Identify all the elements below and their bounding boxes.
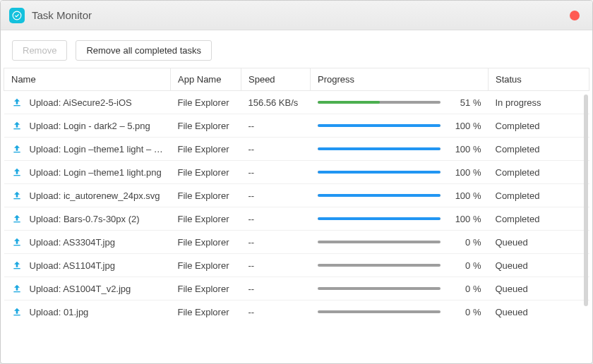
task-app: File Explorer [171, 231, 241, 254]
task-status: Queued [489, 254, 589, 277]
task-app: File Explorer [171, 138, 241, 161]
progress-bar [318, 217, 441, 220]
table-row[interactable]: Upload: ic_autorenew_24px.svgFile Explor… [4, 184, 589, 207]
svg-rect-10 [13, 315, 20, 315]
progress-bar [318, 171, 441, 174]
progress-bar [318, 264, 441, 267]
upload-icon [11, 213, 23, 224]
progress-percent: 100 % [449, 190, 481, 201]
progress-percent: 100 % [449, 214, 481, 224]
task-speed: -- [241, 138, 311, 161]
progress-percent: 0 % [449, 284, 481, 294]
svg-rect-7 [13, 245, 20, 245]
col-status[interactable]: Status [489, 68, 589, 91]
task-app: File Explorer [171, 254, 241, 277]
upload-icon [11, 260, 23, 271]
svg-rect-6 [13, 222, 20, 222]
task-app: File Explorer [171, 91, 241, 114]
task-speed: -- [241, 207, 311, 231]
task-status: Queued [489, 277, 589, 301]
task-speed: -- [241, 184, 311, 207]
col-progress[interactable]: Progress [311, 68, 489, 91]
task-status: Completed [489, 114, 589, 138]
upload-icon [11, 236, 23, 248]
task-name: Upload: 01.jpg [30, 307, 89, 317]
task-app: File Explorer [171, 161, 241, 184]
task-monitor-window: Task Monitor Remove Remove all completed… [0, 0, 593, 364]
table-row[interactable]: Upload: Login –theme1 light – 1....File … [4, 138, 589, 161]
progress-bar-fill [318, 124, 441, 127]
task-app: File Explorer [171, 277, 241, 301]
progress-bar [318, 287, 441, 290]
table-row[interactable]: Upload: Login –theme1 light.pngFile Expl… [4, 161, 589, 184]
task-speed: -- [241, 114, 311, 138]
close-button[interactable] [570, 11, 580, 20]
scrollbar[interactable] [584, 95, 588, 306]
svg-rect-5 [13, 198, 20, 199]
titlebar[interactable]: Task Monitor [1, 1, 592, 30]
task-app: File Explorer [171, 207, 241, 231]
task-name: Upload: AS3304T.jpg [30, 237, 115, 248]
progress-percent: 100 % [449, 121, 481, 131]
toolbar: Remove Remove all completed tasks [1, 30, 592, 68]
task-status: Queued [489, 231, 589, 254]
col-speed[interactable]: Speed [241, 68, 311, 91]
task-name: Upload: Bars-0.7s-30px (2) [30, 214, 140, 224]
remove-button[interactable]: Remove [12, 40, 67, 61]
upload-icon [11, 97, 23, 108]
task-table-container: Name App Name Speed Progress Status Uplo… [4, 68, 589, 360]
upload-icon [11, 143, 23, 154]
task-name: Upload: ic_autorenew_24px.svg [30, 190, 160, 201]
progress-bar [318, 310, 441, 313]
upload-icon [11, 166, 23, 178]
table-row[interactable]: Upload: AiSecure2-5-iOSFile Explorer156.… [4, 91, 589, 114]
task-name: Upload: AS1004T_v2.jpg [30, 284, 131, 294]
task-name: Upload: AS1104T.jpg [30, 260, 115, 271]
progress-bar [318, 124, 441, 127]
upload-icon [11, 120, 23, 131]
app-icon [9, 8, 25, 23]
upload-icon [11, 306, 23, 317]
col-app[interactable]: App Name [171, 68, 241, 91]
progress-bar [318, 194, 441, 197]
progress-bar-fill [318, 217, 441, 220]
task-status: Completed [489, 138, 589, 161]
remove-all-completed-button[interactable]: Remove all completed tasks [76, 40, 212, 61]
task-speed: -- [241, 254, 311, 277]
upload-icon [11, 283, 23, 294]
progress-percent: 100 % [449, 144, 481, 154]
task-speed: -- [241, 301, 311, 324]
window-title: Task Monitor [32, 9, 92, 21]
progress-bar-fill [318, 147, 441, 150]
svg-rect-2 [13, 128, 20, 129]
progress-percent: 0 % [449, 237, 481, 248]
task-name: Upload: Login - dark2 – 5.png [30, 121, 150, 131]
col-name[interactable]: Name [4, 68, 171, 91]
progress-bar-fill [318, 101, 381, 104]
table-row[interactable]: Upload: AS3304T.jpgFile Explorer--0 %Que… [4, 231, 589, 254]
task-speed: 156.56 KB/s [241, 91, 311, 114]
task-status: Completed [489, 207, 589, 231]
svg-rect-1 [13, 105, 20, 106]
fade [4, 353, 589, 360]
svg-point-0 [13, 11, 21, 20]
svg-rect-8 [13, 268, 20, 269]
progress-bar [318, 241, 441, 243]
table-row[interactable]: Upload: AS1104T.jpgFile Explorer--0 %Que… [4, 254, 589, 277]
table-row[interactable]: Upload: Login - dark2 – 5.pngFile Explor… [4, 114, 589, 138]
task-app: File Explorer [171, 301, 241, 324]
task-status: Queued [489, 301, 589, 324]
task-name: Upload: Login –theme1 light – 1.... [30, 144, 164, 154]
table-row[interactable]: Upload: AS1004T_v2.jpgFile Explorer--0 %… [4, 277, 589, 301]
upload-icon [11, 190, 23, 201]
progress-bar [318, 147, 441, 150]
task-name: Upload: Login –theme1 light.png [30, 167, 162, 178]
task-table: Name App Name Speed Progress Status Uplo… [4, 68, 589, 323]
table-row[interactable]: Upload: Bars-0.7s-30px (2)File Explorer-… [4, 207, 589, 231]
svg-rect-4 [13, 175, 20, 176]
task-app: File Explorer [171, 184, 241, 207]
table-row[interactable]: Upload: 01.jpgFile Explorer--0 %Queued [4, 301, 589, 324]
task-app: File Explorer [171, 114, 241, 138]
progress-percent: 51 % [449, 97, 481, 108]
svg-rect-9 [13, 291, 20, 292]
